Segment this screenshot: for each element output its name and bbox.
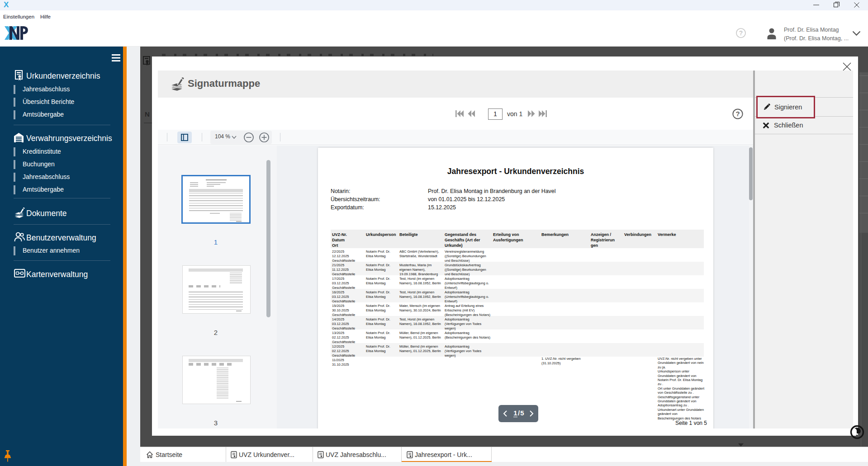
svg-text:?: ? (739, 29, 743, 37)
svg-text:?: ? (735, 110, 740, 118)
